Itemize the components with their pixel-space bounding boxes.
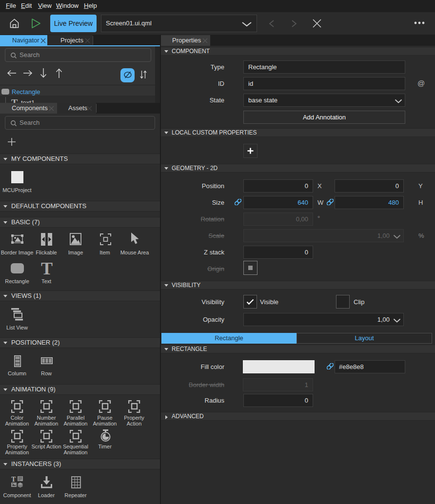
svg-text:T: T bbox=[11, 476, 16, 483]
